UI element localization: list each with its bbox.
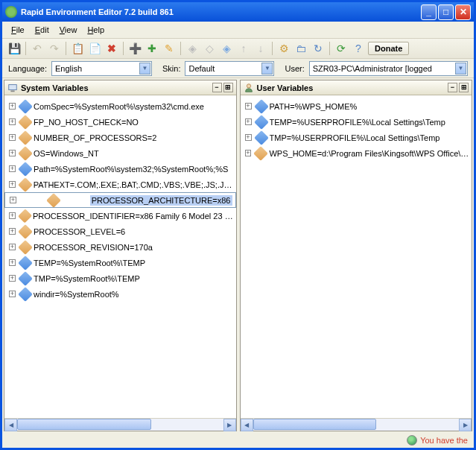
scroll-left-icon[interactable]: ◀ [241, 419, 253, 431]
backup-icon[interactable]: 🗀 [293, 41, 308, 56]
language-label: Language: [8, 64, 47, 73]
variable-text: PATH=%WPS_HOME% [270, 102, 358, 111]
tag-icon [46, 193, 61, 208]
restore-icon[interactable]: ↻ [311, 41, 326, 56]
variable-row[interactable]: +TMP=%SystemRoot%\TEMP [4, 270, 236, 286]
language-select[interactable]: English▼ [51, 61, 152, 76]
tag-icon [18, 146, 33, 161]
menu-file[interactable]: File [7, 24, 29, 36]
expand-icon[interactable]: + [9, 150, 16, 156]
variable-row[interactable]: +TEMP=%USERPROFILE%\Local Settings\Temp [241, 114, 472, 130]
variable-row[interactable]: +TMP=%USERPROFILE%\Local Settings\Temp [241, 130, 472, 145]
scroll-right-icon[interactable]: ▶ [459, 419, 472, 431]
paste-icon[interactable]: 📄 [87, 41, 102, 56]
expand-icon[interactable]: + [9, 181, 16, 188]
variable-text: PROCESSOR_IDENTIFIER=x86 Family 6 Model … [33, 212, 236, 221]
user-label: User: [285, 64, 304, 73]
expand-icon[interactable]: + [9, 228, 16, 235]
expand-icon[interactable]: + [9, 259, 16, 266]
variable-row[interactable]: +WPS_HOME=d:\Program Files\Kingsoft\WPS … [241, 145, 472, 161]
redo-icon[interactable]: ↷ [47, 41, 62, 56]
edit-icon[interactable]: ✎ [162, 41, 177, 56]
down-icon[interactable]: ↓ [253, 41, 268, 56]
tag1-icon[interactable]: ◈ [185, 41, 200, 56]
expand-icon[interactable]: + [245, 134, 252, 141]
options-bar: Language: English▼ Skin: Default▼ User: … [2, 59, 474, 78]
variable-row[interactable]: +NUMBER_OF_PROCESSORS=2 [4, 130, 236, 145]
expand-icon[interactable]: + [9, 275, 16, 282]
tag3-icon[interactable]: ◈ [219, 41, 234, 56]
skin-select[interactable]: Default▼ [185, 61, 274, 76]
delete-icon[interactable]: ✖ [104, 41, 119, 56]
variable-text: TEMP=%USERPROFILE%\Local Settings\Temp [270, 118, 445, 127]
variable-row[interactable]: +OS=Windows_NT [4, 145, 236, 161]
menu-view[interactable]: View [55, 24, 82, 36]
save-icon[interactable]: 💾 [7, 41, 22, 56]
tag-icon [18, 130, 33, 145]
copy-icon[interactable]: 📋 [70, 41, 85, 56]
variable-row[interactable]: +FP_NO_HOST_CHECK=NO [4, 114, 236, 130]
variable-row[interactable]: +TEMP=%SystemRoot%\TEMP [4, 255, 236, 270]
chevron-down-icon: ▼ [139, 63, 150, 75]
expand-icon[interactable]: + [9, 134, 16, 141]
undo-icon[interactable]: ↶ [30, 41, 45, 56]
svg-point-2 [247, 83, 250, 87]
menu-bar: File Edit View Help [2, 22, 474, 38]
panel-header: System Variables − ⊞ [4, 80, 236, 95]
variable-text: PROCESSOR_ARCHITECTURE=x86 [90, 195, 232, 206]
refresh-icon[interactable]: ⟳ [334, 41, 349, 56]
tag-icon [18, 256, 33, 270]
expand-icon[interactable]: + [245, 150, 252, 156]
variable-tree[interactable]: +ComSpec=%SystemRoot%\system32\cmd.exe+F… [4, 95, 236, 418]
up-icon[interactable]: ↑ [236, 41, 251, 56]
expand-icon[interactable]: + [9, 291, 16, 297]
variable-text: ComSpec=%SystemRoot%\system32\cmd.exe [34, 102, 204, 111]
svg-rect-1 [10, 90, 14, 92]
horizontal-scrollbar[interactable]: ◀ ▶ [4, 418, 236, 431]
scroll-right-icon[interactable]: ▶ [223, 419, 236, 431]
status-text: You have the [420, 436, 468, 445]
variable-text: NUMBER_OF_PROCESSORS=2 [34, 133, 156, 142]
variable-text: FP_NO_HOST_CHECK=NO [34, 118, 139, 127]
variable-row[interactable]: +PATHEXT=.COM;.EXE;.BAT;.CMD;.VBS;.VBE;.… [4, 177, 236, 192]
minimize-button[interactable]: _ [421, 4, 437, 20]
menu-edit[interactable]: Edit [31, 24, 54, 36]
system-icon [7, 83, 18, 93]
tag-icon [18, 177, 33, 192]
expand-icon[interactable]: + [245, 103, 252, 110]
expand-icon[interactable]: + [9, 212, 16, 219]
variable-row[interactable]: +PROCESSOR_ARCHITECTURE=x86 [4, 192, 236, 208]
scroll-left-icon[interactable]: ◀ [4, 419, 17, 431]
expand-icon[interactable]: + [9, 118, 16, 125]
collapse-button[interactable]: − [212, 83, 222, 92]
add-value-icon[interactable]: ✚ [145, 41, 159, 56]
variable-row[interactable]: +PROCESSOR_REVISION=170a [4, 239, 236, 255]
donate-button[interactable]: Donate [368, 42, 409, 55]
maximize-button[interactable]: □ [438, 4, 454, 20]
expand-icon[interactable]: + [9, 103, 16, 110]
variable-row[interactable]: +ComSpec=%SystemRoot%\system32\cmd.exe [4, 98, 236, 114]
svg-rect-0 [9, 84, 17, 89]
settings-icon[interactable]: ⚙ [276, 41, 291, 56]
variable-tree[interactable]: +PATH=%WPS_HOME%+TEMP=%USERPROFILE%\Loca… [241, 95, 472, 418]
variable-row[interactable]: +PROCESSOR_IDENTIFIER=x86 Family 6 Model… [4, 208, 236, 224]
close-button[interactable]: ✕ [455, 4, 471, 20]
variable-row[interactable]: +windir=%SystemRoot% [4, 286, 236, 302]
user-select[interactable]: SZR03-PC\Administrator [logged▼ [309, 61, 468, 76]
toolbar: 💾 ↶ ↷ 📋 📄 ✖ ➕ ✚ ✎ ◈ ◇ ◈ ↑ ↓ ⚙ 🗀 ↻ ⟳ ? Do… [2, 38, 474, 59]
collapse-button[interactable]: − [448, 83, 457, 92]
expand-button[interactable]: ⊞ [223, 83, 233, 92]
expand-icon[interactable]: + [245, 118, 252, 125]
variable-row[interactable]: +PROCESSOR_LEVEL=6 [4, 224, 236, 239]
expand-icon[interactable]: + [9, 165, 16, 172]
expand-button[interactable]: ⊞ [459, 83, 469, 92]
variable-row[interactable]: +Path=%SystemRoot%\system32;%SystemRoot%… [4, 161, 236, 177]
add-var-icon[interactable]: ➕ [127, 41, 142, 56]
expand-icon[interactable]: + [9, 244, 16, 250]
expand-icon[interactable]: + [10, 197, 16, 203]
tag2-icon[interactable]: ◇ [202, 41, 217, 56]
help-icon[interactable]: ? [351, 41, 366, 56]
horizontal-scrollbar[interactable]: ◀ ▶ [241, 418, 472, 431]
menu-help[interactable]: Help [83, 24, 109, 36]
variable-row[interactable]: +PATH=%WPS_HOME% [241, 98, 472, 114]
